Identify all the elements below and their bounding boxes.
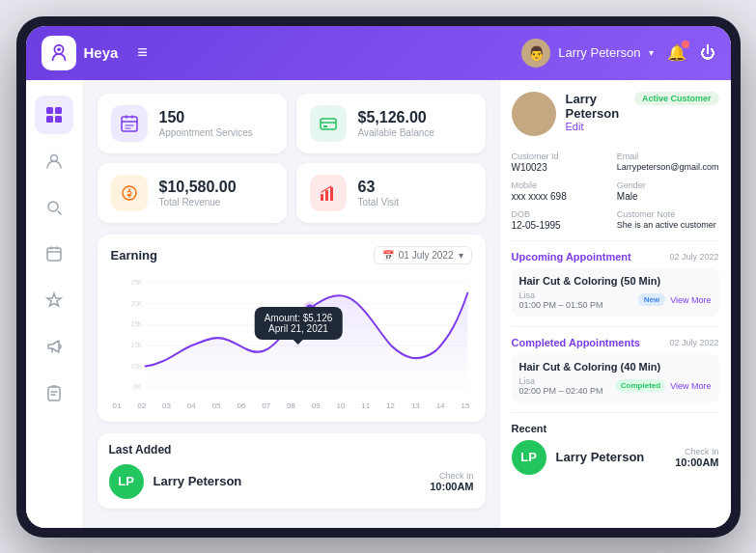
upcoming-appt-actions: New View More: [638, 293, 712, 306]
svg-point-31: [526, 102, 542, 118]
divider-1: [512, 240, 719, 241]
customer-profile: Larry Peterson Edit Active Customer: [512, 92, 719, 136]
header-avatar: 👨: [521, 39, 550, 68]
sidebar-item-megaphone[interactable]: [35, 327, 73, 366]
completed-appt-actions: Completed View More: [616, 379, 712, 392]
last-added-checkin-label: Check In: [430, 471, 473, 481]
x-label-2: 02: [137, 401, 146, 410]
completed-appt-header: Completed Appointments 02 July 2022: [512, 337, 719, 348]
sidebar-item-grid[interactable]: [35, 96, 73, 134]
svg-rect-15: [325, 190, 328, 201]
completed-badge: Completed: [616, 379, 665, 392]
header-user-name: Larry Peterson: [558, 45, 640, 60]
svg-rect-16: [330, 187, 333, 201]
upcoming-appt-title: Upcoming Appointment: [512, 251, 631, 263]
heya-logo-icon: [48, 42, 70, 64]
upcoming-view-more[interactable]: View More: [670, 295, 711, 305]
chart-area: 25K 20K 15K 10K 05K 0K: [111, 272, 472, 398]
x-label-1: 01: [113, 401, 122, 410]
stat-label-visits: Total Visit: [358, 197, 400, 207]
completed-view-more[interactable]: View More: [670, 381, 711, 391]
x-label-10: 10: [337, 401, 346, 410]
chart-date: 01 July 2022: [399, 250, 454, 261]
recent-header: Recent: [512, 423, 719, 434]
chart-card: Earning 📅 01 July 2022 ▾ 25K 20K 15K: [98, 235, 486, 422]
logo-area: Heya: [42, 36, 119, 70]
detail-label-note: Customer Note: [617, 209, 719, 219]
chart-tooltip: Amount: $5,126 April 21, 2021: [255, 307, 343, 340]
upcoming-appt-person: Lisa: [519, 290, 603, 300]
detail-value-note: She is an active customer: [617, 220, 719, 230]
upcoming-appt-time: 01:00 PM – 01:50 PM: [519, 300, 603, 310]
svg-rect-14: [321, 194, 323, 201]
user-info[interactable]: 👨 Larry Peterson ▾: [521, 39, 653, 68]
completed-appt-row: Lisa 02:00 PM – 02:40 PM Completed View …: [519, 376, 712, 396]
hamburger-icon[interactable]: ≡: [137, 42, 148, 63]
recent-avatar: LP: [512, 440, 546, 475]
stat-card-balance: $5,126.00 Available Balance: [296, 94, 486, 153]
detail-value-customer-id: W10023: [512, 162, 611, 173]
stat-card-appointments: 150 Appointment Services: [98, 94, 287, 153]
sidebar-item-calendar[interactable]: [35, 235, 73, 273]
upcoming-appt-row: Lisa 01:00 PM – 01:50 PM New View More: [519, 290, 712, 310]
x-label-15: 15: [461, 401, 469, 410]
power-icon[interactable]: ⏻: [700, 44, 715, 62]
date-picker[interactable]: 📅 01 July 2022 ▾: [374, 246, 472, 264]
logo-box: [42, 36, 76, 70]
recent-name: Larry Peterson: [556, 450, 645, 464]
edit-link[interactable]: Edit: [566, 121, 625, 132]
detail-label-dob: DOB: [512, 209, 611, 219]
completed-appt-title: Completed Appointments: [512, 337, 640, 348]
stat-icon-visits: [310, 175, 347, 211]
svg-rect-12: [323, 125, 327, 127]
stat-value-revenue: $10,580.00: [159, 179, 237, 196]
customer-info: Larry Peterson Edit: [566, 92, 625, 132]
svg-rect-3: [55, 107, 62, 114]
stat-label-balance: Available Balance: [358, 127, 434, 138]
detail-value-mobile: xxx xxxx 698: [512, 191, 611, 202]
last-added-checkin-time: 10:00AM: [430, 481, 473, 492]
sidebar-item-star[interactable]: [35, 281, 73, 319]
detail-label-email: Email: [617, 152, 719, 161]
upcoming-appt-card: Hair Cut & Coloring (50 Min) Lisa 01:00 …: [512, 268, 719, 317]
tooltip-amount: Amount: $5,126: [265, 313, 333, 323]
detail-label-customer-id: Customer Id: [512, 152, 611, 161]
x-label-12: 12: [386, 401, 395, 410]
recent-section: Recent LP Larry Peterson Check In 10:00A…: [512, 423, 719, 475]
x-label-4: 04: [187, 401, 196, 410]
bell-container: 🔔: [667, 43, 686, 62]
header-right: 👨 Larry Peterson ▾ 🔔 ⏻: [521, 39, 714, 68]
svg-text:15K: 15K: [130, 319, 142, 328]
detail-note: Customer Note She is an active customer: [617, 209, 719, 231]
main-layout: 150 Appointment Services: [26, 80, 731, 528]
last-added-title: Last Added: [109, 443, 474, 456]
upcoming-appt-name: Hair Cut & Coloring (50 Min): [519, 275, 712, 287]
right-panel: Larry Peterson Edit Active Customer Cust…: [499, 80, 731, 528]
svg-rect-9: [48, 387, 60, 401]
recent-checkin-label: Check In: [675, 447, 718, 456]
detail-label-mobile: Mobile: [512, 180, 611, 190]
bell-badge: [682, 41, 689, 48]
completed-appt-card: Hair Cut & Coloring (40 Min) Lisa 02:00 …: [512, 354, 719, 402]
device-inner: Heya ≡ 👨 Larry Peterson ▾ 🔔 ⏻: [26, 26, 731, 528]
detail-dob: DOB 12-05-1995: [512, 209, 611, 231]
x-label-5: 05: [212, 401, 221, 410]
stats-row: 150 Appointment Services: [98, 94, 486, 223]
svg-rect-5: [55, 116, 62, 123]
completed-appt-time: 02:00 PM – 02:40 PM: [519, 386, 603, 396]
recent-card: LP Larry Peterson Check In 10:00AM: [512, 440, 719, 475]
sidebar-item-users[interactable]: [35, 142, 73, 180]
detail-value-gender: Male: [617, 191, 719, 202]
stat-text-balance: $5,126.00 Available Balance: [358, 109, 434, 138]
recent-checkin-time: 10:00AM: [675, 456, 718, 468]
x-label-8: 08: [287, 401, 295, 410]
customer-details: Customer Id W10023 Email Larrypeterson@g…: [512, 152, 719, 231]
sidebar-item-search[interactable]: [35, 188, 73, 227]
customer-name: Larry Peterson: [566, 92, 625, 121]
svg-rect-8: [47, 248, 61, 261]
sidebar-item-clipboard[interactable]: [35, 373, 73, 412]
detail-mobile: Mobile xxx xxxx 698: [512, 180, 611, 202]
stat-value-appointments: 150: [159, 109, 253, 126]
stat-icon-appointments: [111, 105, 148, 142]
chart-x-labels: 01 02 03 04 05 06 07 08 09 10 11 12 13 1…: [111, 401, 472, 410]
